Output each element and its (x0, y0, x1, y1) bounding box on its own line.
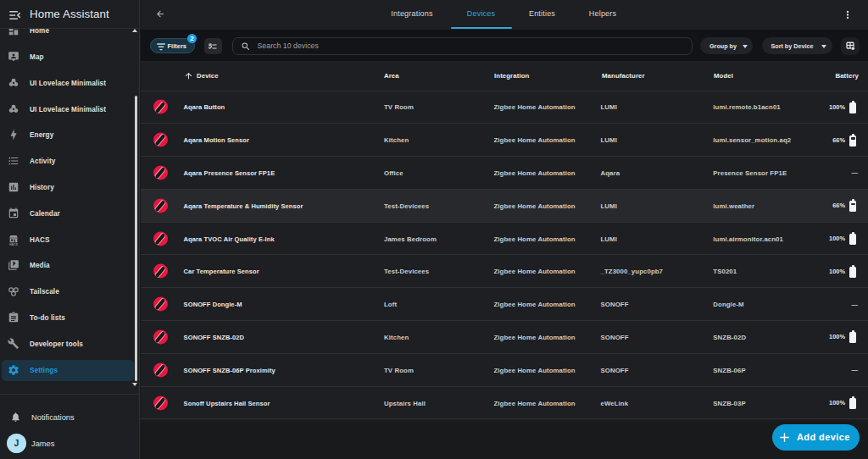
svg-text:HACS: HACS (9, 242, 19, 245)
